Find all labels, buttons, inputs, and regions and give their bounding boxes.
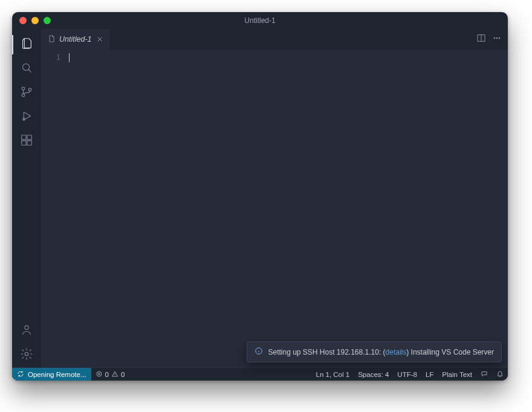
svg-point-13: [496, 37, 498, 39]
text-editor[interactable]: 1: [41, 50, 508, 367]
svg-rect-8: [27, 141, 31, 145]
language-label: Plain Text: [442, 371, 472, 378]
split-editor-button[interactable]: [476, 33, 486, 45]
tab-close-button[interactable]: [96, 35, 104, 43]
window-title: Untitled-1: [12, 16, 508, 25]
explorer-tab[interactable]: [12, 33, 41, 57]
info-icon: [255, 347, 263, 357]
gear-icon: [20, 347, 33, 363]
accounts-button[interactable]: [12, 319, 41, 343]
tab-bar: Untitled-1: [41, 29, 508, 50]
encoding-label: UTF-8: [397, 371, 417, 378]
toast-text-suffix: ) Installing VS Code Server: [406, 348, 494, 356]
cursor-position: Ln 1, Col 1: [316, 371, 350, 378]
svg-rect-6: [27, 135, 31, 140]
title-bar: Untitled-1: [12, 12, 508, 29]
error-icon: [96, 370, 103, 379]
indentation-button[interactable]: Spaces: 4: [354, 368, 393, 381]
maximize-window-button[interactable]: [44, 17, 51, 24]
feedback-button[interactable]: [476, 368, 492, 381]
svg-point-2: [22, 94, 25, 97]
editor-area: Untitled-1 1: [41, 29, 508, 367]
problems-button[interactable]: 0 0: [91, 368, 129, 381]
svg-point-14: [499, 37, 500, 39]
app-window: Untitled-1: [12, 12, 508, 381]
remote-sync-icon: [17, 370, 24, 379]
status-bar: Opening Remote... 0 0 Ln 1, Col 1 Spaces…: [12, 367, 508, 381]
encoding-button[interactable]: UTF-8: [393, 368, 421, 381]
extensions-tab[interactable]: [12, 129, 41, 153]
svg-point-3: [28, 88, 31, 91]
indentation-label: Spaces: 4: [358, 371, 389, 378]
language-mode-button[interactable]: Plain Text: [438, 368, 476, 381]
svg-point-10: [25, 352, 28, 356]
file-icon: [47, 34, 56, 45]
warning-icon: [111, 370, 118, 379]
line-number: 1: [41, 53, 60, 62]
editor-tab[interactable]: Untitled-1: [41, 29, 110, 50]
line-number-gutter: 1: [41, 50, 66, 367]
account-icon: [20, 323, 33, 339]
code-content[interactable]: [66, 50, 508, 367]
source-control-tab[interactable]: [12, 81, 41, 105]
warning-count: 0: [121, 371, 125, 378]
more-actions-button[interactable]: [492, 33, 502, 45]
cursor-position-button[interactable]: Ln 1, Col 1: [312, 368, 354, 381]
toast-details-link[interactable]: details: [386, 348, 407, 356]
tab-label: Untitled-1: [59, 35, 92, 43]
search-tab[interactable]: [12, 57, 41, 81]
notification-toast[interactable]: Setting up SSH Host 192.168.1.10: (detai…: [247, 341, 502, 362]
close-window-button[interactable]: [19, 17, 27, 24]
remote-status-button[interactable]: Opening Remote...: [12, 368, 91, 381]
toast-text-prefix: Setting up SSH Host 192.168.1.10: (: [268, 348, 385, 356]
files-icon: [20, 37, 33, 53]
remote-status-label: Opening Remote...: [28, 371, 86, 378]
run-debug-tab[interactable]: [12, 105, 41, 129]
svg-point-1: [22, 87, 25, 90]
play-bug-icon: [20, 109, 33, 125]
settings-button[interactable]: [12, 343, 41, 367]
minimize-window-button[interactable]: [31, 17, 39, 24]
svg-rect-7: [22, 141, 26, 145]
branch-icon: [20, 85, 33, 101]
error-count: 0: [105, 371, 109, 378]
svg-point-12: [494, 37, 495, 39]
eol-button[interactable]: LF: [421, 368, 438, 381]
bell-icon: [496, 370, 504, 379]
text-cursor: [69, 53, 70, 62]
search-icon: [20, 61, 33, 77]
svg-rect-5: [22, 135, 26, 140]
extensions-icon: [20, 134, 33, 149]
notifications-button[interactable]: [492, 368, 508, 381]
feedback-icon: [481, 370, 488, 379]
toast-message: Setting up SSH Host 192.168.1.10: (detai…: [268, 348, 494, 356]
activity-bar: [12, 29, 41, 367]
svg-point-9: [25, 326, 28, 329]
eol-label: LF: [426, 371, 433, 378]
